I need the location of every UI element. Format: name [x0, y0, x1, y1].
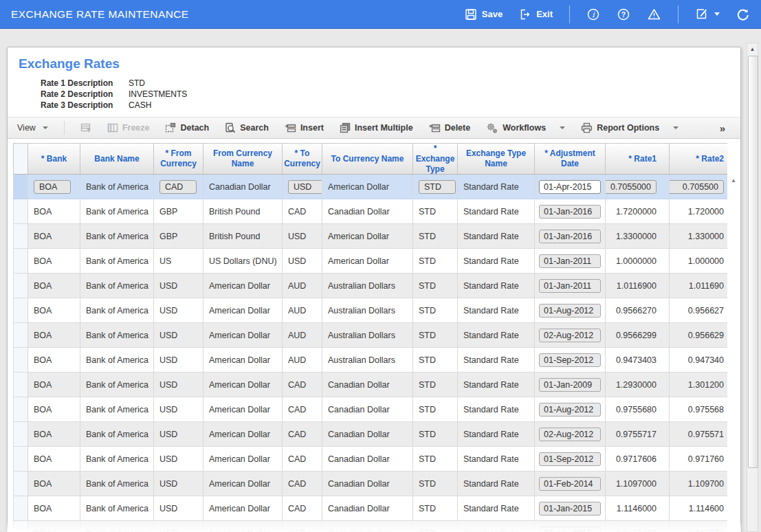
from-currency-field[interactable]: USD: [159, 355, 177, 365]
rate2-field[interactable]: 1.330000: [688, 232, 724, 241]
from-currency-field[interactable]: USD: [159, 306, 177, 315]
to-currency-cell[interactable]: CAD: [283, 199, 322, 223]
from-currency-cell[interactable]: USD: [154, 298, 203, 322]
from-currency-field[interactable]: USD: [159, 504, 177, 513]
exchange-type-cell[interactable]: STD: [413, 348, 458, 372]
adjustment-date-field[interactable]: 01-Jan-2016: [539, 230, 601, 243]
table-row[interactable]: BOA Bank of America CAD Canadian Dollar …: [13, 175, 727, 199]
page-scrollbar-thumb[interactable]: [748, 56, 758, 468]
to-currency-field[interactable]: AUD: [288, 355, 306, 365]
adjustment-date-cell[interactable]: 01-Jan-2015: [535, 496, 606, 520]
rate1-cell[interactable]: 0.9717606: [606, 447, 670, 471]
table-row[interactable]: BOA Bank of America USD American Dollar …: [13, 373, 727, 397]
adjustment-date-field[interactable]: 01-Jan-2016: [539, 205, 601, 219]
to-currency-cell[interactable]: AUD: [283, 323, 322, 347]
rate2-cell[interactable]: 1.301200: [670, 373, 727, 397]
column-header-adjustment-date[interactable]: * Adjustment Date: [535, 143, 606, 175]
table-row[interactable]: BOA Bank of America GBP British Pound CA…: [13, 199, 727, 224]
rate2-cell[interactable]: 1.109700: [670, 472, 727, 496]
table-row[interactable]: BOA Bank of America GBP British Pound US…: [13, 224, 727, 249]
rate1-field[interactable]: 1.1146000: [617, 504, 657, 513]
from-currency-cell[interactable]: CAD: [154, 175, 203, 199]
from-currency-cell[interactable]: GBP: [154, 224, 203, 248]
to-currency-cell[interactable]: AUD: [283, 298, 322, 322]
rate2-field[interactable]: 0.971760: [688, 454, 724, 464]
from-currency-field[interactable]: USD: [159, 380, 177, 390]
adjustment-date-field[interactable]: 02-Aug-2012: [539, 329, 601, 342]
row-selector-cell[interactable]: [13, 496, 28, 520]
adjustment-date-cell[interactable]: 02-Aug-2012: [535, 323, 606, 347]
exchange-type-field[interactable]: STD: [419, 355, 436, 365]
exchange-type-cell[interactable]: STD: [413, 472, 458, 496]
from-currency-field[interactable]: USD: [159, 281, 177, 291]
view-menu-button[interactable]: View: [17, 123, 48, 133]
column-header-to-currency-name[interactable]: To Currency Name: [322, 143, 413, 175]
insert-button[interactable]: Insert: [285, 122, 324, 133]
bank-field[interactable]: BOA: [34, 232, 52, 241]
exchange-type-field[interactable]: STD: [419, 207, 436, 217]
exchange-type-cell[interactable]: STD: [413, 323, 458, 347]
to-currency-cell[interactable]: CAD: [283, 397, 322, 421]
adjustment-date-cell[interactable]: 01-Aug-2012: [535, 397, 606, 421]
to-currency-cell[interactable]: USD: [283, 224, 322, 248]
bank-field[interactable]: BOA: [34, 454, 52, 464]
bank-cell[interactable]: BOA: [28, 496, 80, 520]
adjustment-date-field[interactable]: 01-Jan-2011: [539, 254, 601, 268]
row-selector-cell[interactable]: [13, 323, 28, 347]
rate1-cell[interactable]: 1.1097000: [606, 472, 670, 496]
to-currency-cell[interactable]: AUD: [283, 274, 322, 298]
adjustment-date-field[interactable]: 02-Aug-2012: [539, 428, 601, 441]
freeze-button[interactable]: Freeze: [107, 122, 150, 133]
bank-field[interactable]: BOA: [34, 331, 52, 340]
exchange-type-cell[interactable]: STD: [413, 199, 458, 223]
exchange-type-cell[interactable]: STD: [413, 249, 458, 273]
to-currency-field[interactable]: USD: [288, 180, 322, 194]
rate1-cell[interactable]: 0.9566270: [606, 298, 670, 322]
bank-cell[interactable]: BOA: [28, 224, 80, 248]
help-icon[interactable]: ?: [617, 8, 630, 21]
detach-button[interactable]: Detach: [165, 122, 209, 133]
adjustment-date-cell[interactable]: 02-Aug-2012: [535, 422, 606, 446]
adjustment-date-field[interactable]: 01-Jan-2009: [539, 378, 601, 392]
bank-cell[interactable]: BOA: [28, 521, 80, 532]
column-header-to-currency[interactable]: * To Currency: [283, 143, 322, 175]
bank-cell[interactable]: BOA: [28, 397, 80, 421]
exchange-type-field[interactable]: STD: [419, 281, 436, 291]
row-selector-cell[interactable]: [13, 224, 28, 248]
bank-cell[interactable]: BOA: [28, 422, 80, 446]
column-header-from-currency-name[interactable]: From Currency Name: [203, 143, 283, 175]
adjustment-date-cell[interactable]: 01-Sep-2012: [535, 348, 606, 372]
column-header-rate1[interactable]: * Rate1: [606, 143, 670, 175]
edit-menu-button[interactable]: [695, 8, 720, 21]
rate1-field[interactable]: 1.0000000: [616, 256, 657, 266]
rate1-cell[interactable]: 1.2930000: [606, 373, 670, 397]
rate2-field[interactable]: 1.011690: [689, 281, 724, 291]
bank-cell[interactable]: BOA: [28, 199, 80, 223]
to-currency-field[interactable]: CAD: [288, 529, 306, 532]
rate1-field[interactable]: 0.9473403: [616, 355, 657, 365]
adjustment-date-field[interactable]: 01-Jan-2015: [539, 502, 601, 516]
bank-cell[interactable]: BOA: [28, 447, 80, 471]
rate1-field[interactable]: 0.7055000: [606, 180, 657, 194]
adjustment-date-cell[interactable]: 01-Apr-2015: [535, 521, 606, 532]
exchange-type-cell[interactable]: STD: [413, 224, 458, 248]
workflows-menu-button[interactable]: Workflows: [486, 122, 565, 134]
bank-cell[interactable]: BOA: [28, 249, 80, 273]
from-currency-field[interactable]: USD: [159, 529, 177, 532]
exchange-type-cell[interactable]: STD: [413, 521, 458, 532]
column-header-from-currency[interactable]: * From Currency: [154, 143, 203, 175]
rate2-field[interactable]: 1.000000: [688, 256, 724, 266]
exchange-type-field[interactable]: STD: [419, 380, 436, 390]
table-row[interactable]: BOA Bank of America US US Dollars (DNU) …: [13, 249, 727, 274]
table-row[interactable]: BOA Bank of America USD American Dollar …: [13, 397, 727, 422]
rate2-cell[interactable]: 1.011690: [670, 274, 727, 298]
page-scroll-up-icon[interactable]: ▲: [747, 43, 758, 54]
adjustment-date-cell[interactable]: 01-Jan-2016: [535, 199, 606, 223]
from-currency-cell[interactable]: USD: [154, 323, 203, 347]
rate2-cell[interactable]: 0.956629: [670, 323, 727, 347]
adjustment-date-field[interactable]: 01-Apr-2015: [539, 180, 601, 194]
rate2-field[interactable]: 1.720000: [688, 207, 724, 217]
from-currency-field[interactable]: USD: [159, 405, 177, 414]
rate2-cell[interactable]: 0.975568: [670, 397, 727, 421]
exchange-type-cell[interactable]: STD: [413, 447, 458, 471]
